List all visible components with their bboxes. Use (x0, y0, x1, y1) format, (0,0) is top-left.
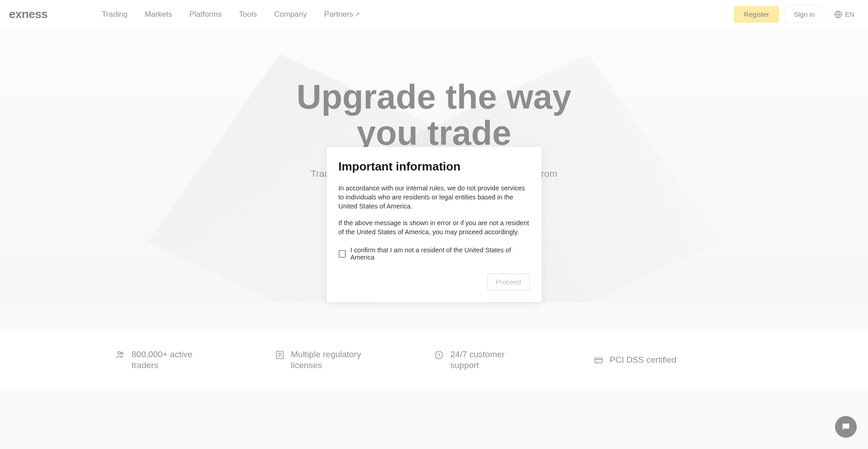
modal-checkbox-row: I confirm that I am not a resident of th… (339, 246, 530, 261)
region-confirmation-modal: Important information In accordance with… (327, 147, 542, 302)
modal-paragraph: In accordance with our internal rules, w… (339, 184, 530, 211)
checkbox-label: I confirm that I am not a resident of th… (350, 246, 529, 261)
proceed-button[interactable]: Proceed (487, 274, 530, 290)
confirm-checkbox[interactable] (339, 250, 346, 258)
modal-overlay: Important information In accordance with… (0, 0, 868, 449)
modal-paragraph: If the above message is shown in error o… (339, 218, 530, 237)
modal-footer: Proceed (339, 274, 530, 290)
modal-title: Important information (339, 160, 530, 174)
